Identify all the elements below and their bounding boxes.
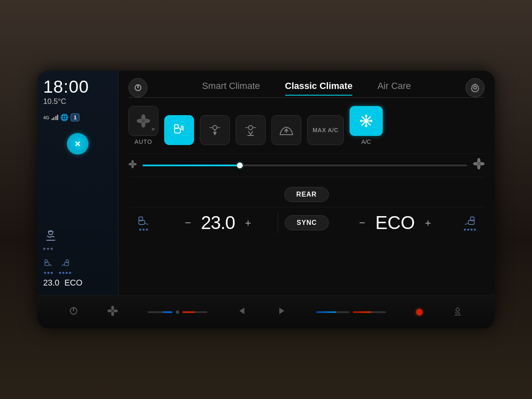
mode-body-front-button[interactable] — [164, 115, 194, 145]
status-bar: 4G 🌐 1 — [43, 113, 112, 121]
seat-heat-right — [455, 215, 485, 231]
svg-point-21 — [249, 126, 253, 130]
clock: 18:00 — [43, 78, 112, 96]
sidebar-bottom-temps — [43, 258, 112, 274]
svg-point-39 — [478, 163, 480, 165]
screen-inner: 18:00 10.5°C 4G 🌐 1 × — [37, 71, 495, 295]
mode-upper-vent-button[interactable] — [200, 115, 230, 145]
sync-button[interactable]: SYNC — [285, 215, 329, 230]
hw-power-button[interactable] — [69, 306, 78, 318]
seat-left-heat-dots — [139, 229, 148, 231]
seat-right-dots — [59, 272, 71, 274]
auto-label: AUTO — [135, 138, 153, 145]
temp-control-left: − 23.0 + — [158, 212, 278, 233]
auto-fan-button[interactable]: > — [128, 106, 158, 136]
hw-fan-button[interactable] — [108, 306, 118, 318]
top-bar: Smart Climate Classic Climate Air Care — [118, 71, 495, 97]
seat-left-icon — [43, 258, 53, 270]
rear-button[interactable]: REAR — [284, 187, 329, 202]
left-temp-plus[interactable]: + — [241, 217, 254, 229]
defrost-dots — [43, 248, 53, 250]
sidebar-left-mode: ECO — [64, 278, 82, 288]
svg-point-9 — [474, 86, 477, 89]
hw-red-indicator — [416, 309, 423, 315]
tab-classic-climate[interactable]: Classic Climate — [285, 81, 353, 95]
seat-right-heat-dots — [464, 229, 476, 231]
screen-outer: 18:00 10.5°C 4G 🌐 1 × — [37, 71, 495, 328]
mode-windshield-button[interactable] — [271, 115, 301, 145]
tab-smart-climate[interactable]: Smart Climate — [202, 81, 260, 95]
right-temp-value: ECO — [375, 212, 415, 233]
right-temp-minus[interactable]: − — [356, 217, 369, 229]
hw-back-button[interactable] — [237, 306, 247, 318]
sidebar-temp-eco: 23.0 ECO — [43, 278, 112, 288]
svg-point-17 — [213, 126, 217, 130]
seat-right-heat-icon — [464, 215, 475, 227]
sidebar-bottom: 23.0 ECO — [43, 229, 112, 288]
hw-forward-button[interactable] — [277, 306, 287, 318]
power-button[interactable] — [128, 78, 148, 97]
svg-point-14 — [142, 119, 145, 123]
mode-buttons: > AUTO — [128, 106, 485, 145]
hw-temp-slider[interactable] — [148, 310, 207, 314]
left-temp-value: 23.0 — [201, 212, 235, 233]
ac-button[interactable] — [350, 106, 383, 136]
fan-speed-slider[interactable] — [143, 165, 467, 166]
left-temp-minus[interactable]: − — [181, 217, 194, 229]
sidebar-left-temp: 23.0 — [43, 278, 59, 288]
mode-lower-vent-button[interactable] — [236, 115, 266, 145]
seat-heat-left — [128, 215, 158, 231]
notification-badge[interactable]: 1 — [71, 113, 79, 121]
fan-slow-icon — [128, 160, 137, 170]
auto-group: > AUTO — [128, 106, 158, 145]
outside-temp: 10.5°C — [43, 97, 112, 106]
seat-right-icon — [60, 258, 70, 270]
hw-volume-sliders[interactable] — [316, 311, 386, 313]
svg-line-42 — [145, 223, 148, 224]
fan-fast-icon — [473, 158, 485, 172]
bottom-temp-row: − 23.0 + SYNC − ECO + — [128, 207, 485, 238]
max-ac-button[interactable]: MAX A/C — [307, 115, 344, 145]
svg-point-52 — [111, 310, 114, 312]
ac-label: A/C — [361, 138, 371, 145]
time-display: 18:00 10.5°C — [43, 78, 112, 106]
svg-point-53 — [456, 308, 459, 311]
tab-air-care[interactable]: Air Care — [377, 81, 411, 95]
signal-4g-label: 4G — [43, 115, 49, 120]
hw-climate-icon[interactable] — [452, 305, 463, 318]
ac-group: A/C — [350, 106, 383, 145]
main-area: Smart Climate Classic Climate Air Care — [118, 71, 495, 295]
settings-button[interactable] — [466, 78, 485, 97]
defrost-icon — [43, 229, 112, 250]
hardware-bar — [37, 295, 495, 328]
globe-icon: 🌐 — [60, 113, 69, 121]
svg-line-45 — [465, 223, 468, 224]
svg-line-3 — [49, 264, 52, 266]
close-button[interactable]: × — [67, 133, 89, 155]
sync-center: SYNC — [278, 215, 335, 230]
tabs-container: Smart Climate Classic Climate Air Care — [148, 81, 466, 95]
sidebar: 18:00 10.5°C 4G 🌐 1 × — [37, 71, 118, 295]
temp-control-right: − ECO + — [335, 212, 455, 233]
svg-line-6 — [62, 264, 64, 266]
signal-bars-icon — [52, 115, 59, 120]
car-surround: 18:00 10.5°C 4G 🌐 1 × — [0, 0, 532, 399]
seat-left-dots — [44, 272, 53, 274]
rear-sync-row: REAR — [128, 184, 485, 205]
svg-point-34 — [132, 163, 134, 165]
right-temp-plus[interactable]: + — [421, 217, 434, 229]
fan-speed-row — [128, 153, 485, 177]
controls-area: > AUTO — [118, 98, 495, 238]
seat-left-heat-icon — [138, 215, 149, 227]
